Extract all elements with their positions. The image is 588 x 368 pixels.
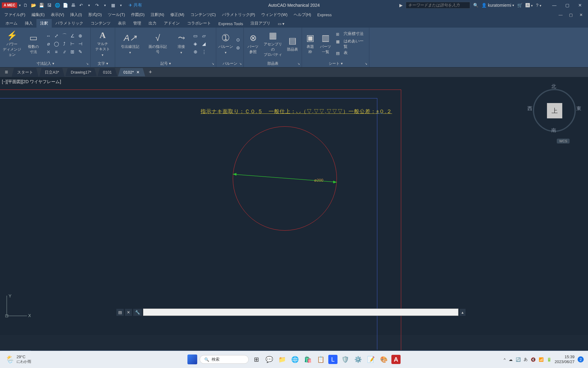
table-label[interactable]: 表 bbox=[344, 50, 367, 57]
title-block-button[interactable]: ▣表題 枠 bbox=[304, 33, 317, 55]
fit-list-label[interactable]: はめあい一覧 bbox=[344, 38, 367, 49]
tab-home[interactable]: ホーム bbox=[2, 19, 21, 28]
redo-icon[interactable]: ↷ bbox=[94, 2, 100, 9]
tray-sync-icon[interactable]: 🔄 bbox=[516, 357, 521, 362]
ribbon-appearance-icon[interactable]: ▭ ▾ bbox=[274, 20, 288, 28]
tray-wifi-icon[interactable]: 📶 bbox=[539, 357, 544, 362]
taskbar-app-edge[interactable]: 🌐 bbox=[290, 354, 300, 365]
tray-battery-icon[interactable]: 🔋 bbox=[547, 357, 552, 362]
doc-minimize-button[interactable]: — bbox=[556, 11, 565, 18]
taskbar-app-settings[interactable]: ⚙️ bbox=[353, 354, 363, 365]
autodesk-app-icon[interactable]: 🅰 ▾ bbox=[526, 3, 533, 8]
tab-output[interactable]: 出力 bbox=[145, 19, 160, 28]
panel-label-balloon[interactable]: バルーン ↘ bbox=[216, 60, 243, 67]
saveas-icon[interactable]: 🖫 bbox=[46, 2, 53, 9]
viewcube-west[interactable]: 西 bbox=[527, 105, 532, 112]
taskbar-app-l[interactable]: L bbox=[328, 355, 337, 364]
share-button[interactable]: ✈ 共有 bbox=[129, 2, 142, 8]
tab-view[interactable]: 表示 bbox=[114, 19, 130, 28]
parts-list-button[interactable]: ▥パーツ 一覧 bbox=[318, 33, 333, 55]
dim-ordinate-icon[interactable]: ⊕ bbox=[77, 32, 84, 40]
new-tab-button[interactable]: + bbox=[146, 69, 155, 75]
balloon-small2-icon[interactable]: ⊚ bbox=[234, 44, 242, 52]
dim-aligned-icon[interactable]: ⤢ bbox=[53, 32, 60, 40]
assembly-properties-button[interactable]: ▦アセンブリの プロパティ bbox=[262, 30, 284, 57]
panel-label-dimension[interactable]: 寸法記入 ▾ ↘ bbox=[0, 60, 90, 67]
dim-baseline-icon[interactable]: ⊢ bbox=[69, 40, 76, 48]
menu-help[interactable]: ヘルプ(H) bbox=[291, 11, 314, 19]
doctab-0101[interactable]: 0101 bbox=[97, 68, 117, 76]
tab-annotate[interactable]: 注釈 bbox=[36, 19, 52, 28]
minimize-button[interactable]: — bbox=[548, 1, 560, 10]
panel-label-symbol[interactable]: 記号 ▾ ↘ bbox=[115, 60, 216, 67]
new-icon[interactable]: 🗋 bbox=[22, 2, 29, 9]
dim-break-icon[interactable]: ⤫ bbox=[45, 48, 52, 56]
cmd-customize-icon[interactable]: 🔧 bbox=[133, 309, 142, 316]
feature-control-icon[interactable]: ▭ bbox=[192, 32, 199, 40]
balloon-small1-icon[interactable]: ⊙ bbox=[234, 36, 242, 44]
menu-format[interactable]: 形式(O) bbox=[85, 11, 105, 19]
command-input[interactable] bbox=[143, 309, 458, 316]
taskbar-weather[interactable]: 🌦️ 29°Cにわか雨 bbox=[0, 355, 31, 364]
cmd-close-icon[interactable]: ✕ bbox=[125, 309, 132, 316]
dim-center-icon[interactable]: ⊞ bbox=[69, 48, 76, 56]
menu-window[interactable]: ウィンドウ(W) bbox=[258, 11, 291, 19]
open-web-icon[interactable]: 🌐 bbox=[54, 2, 61, 9]
dim-arc-icon[interactable]: ⌒ bbox=[61, 32, 68, 40]
dim-diameter-icon[interactable]: ◯ bbox=[53, 40, 60, 48]
dim-edit-icon[interactable]: ✎ bbox=[77, 48, 84, 56]
help-icon[interactable]: ? ▾ bbox=[536, 3, 541, 8]
maximize-button[interactable]: ▢ bbox=[561, 1, 573, 10]
cmd-history-icon[interactable]: ▤ bbox=[116, 309, 124, 316]
part-reference-button[interactable]: ⊗パーツ 参照 bbox=[246, 33, 261, 55]
power-dimension-button[interactable]: ⚡パワー ディメンジョン bbox=[2, 30, 22, 57]
balloon-button[interactable]: ➀バルーン▾ bbox=[218, 33, 233, 55]
taskbar-app-mcafee[interactable]: 🛡️ bbox=[340, 354, 350, 365]
hole-chart-label[interactable]: 穴座標寸法 bbox=[344, 31, 367, 38]
plot-icon[interactable]: 🖶 bbox=[70, 2, 77, 9]
fit-list-icon[interactable]: ▦ bbox=[334, 38, 341, 45]
taskbar-app-todo[interactable]: 📋 bbox=[315, 354, 326, 365]
menu-content[interactable]: コンテンツ(C) bbox=[187, 11, 219, 19]
tab-express-tools[interactable]: Express Tools bbox=[215, 20, 247, 28]
taskbar-app-autocad[interactable]: A bbox=[391, 355, 401, 364]
panel-label-sheet[interactable]: シート ▾ ↘ bbox=[302, 60, 369, 67]
wcs-badge[interactable]: WCS bbox=[557, 139, 570, 144]
tab-insert[interactable]: 挿入 bbox=[21, 19, 36, 28]
other-symbol-icon[interactable]: ⋮ bbox=[200, 48, 208, 56]
taskbar-app-notepad[interactable]: 📝 bbox=[366, 354, 376, 365]
viewcube-north[interactable]: 北 bbox=[551, 83, 556, 90]
viewcube-top[interactable]: 上 bbox=[547, 103, 562, 118]
viewcube-east[interactable]: 東 bbox=[576, 105, 581, 112]
surface-texture-button[interactable]: √面の指示記 号 bbox=[145, 33, 171, 55]
doc-close-button[interactable]: ✕ bbox=[576, 11, 586, 18]
taper-icon[interactable]: ▱ bbox=[200, 32, 208, 40]
viewport-label[interactable]: [−][平面図][2D ワイヤフレーム] bbox=[2, 79, 61, 85]
app-logo[interactable]: A MEC bbox=[2, 2, 17, 8]
dim-radius-icon[interactable]: ⌀ bbox=[45, 40, 52, 48]
doc-restore-button[interactable]: ▢ bbox=[566, 11, 576, 18]
tray-chevron-icon[interactable]: ^ bbox=[504, 357, 506, 362]
datum-target-icon[interactable]: ⊕ bbox=[192, 48, 199, 56]
hole-chart-icon[interactable]: ⊞ bbox=[334, 31, 341, 38]
menu-draw[interactable]: 作図(D) bbox=[128, 11, 148, 19]
taskbar-app-chat[interactable]: 💬 bbox=[264, 354, 274, 365]
undo-icon[interactable]: ↶ bbox=[78, 2, 85, 9]
datum-id-icon[interactable]: ◈ bbox=[192, 40, 199, 48]
menu-edit[interactable]: 編集(E) bbox=[28, 11, 48, 19]
tab-manage[interactable]: 管理 bbox=[130, 19, 145, 28]
tab-collaborate[interactable]: コラボレート bbox=[183, 19, 215, 28]
leader-note-button[interactable]: A↗引出線注記▾ bbox=[117, 33, 143, 55]
cmd-expand-icon[interactable]: ▴ bbox=[460, 309, 466, 316]
dim-space-icon[interactable]: ≡ bbox=[53, 48, 60, 56]
menu-file[interactable]: ファイル(F) bbox=[1, 11, 28, 19]
menu-express[interactable]: Express bbox=[314, 11, 335, 18]
taskbar-app-store[interactable]: 🛍️ bbox=[303, 354, 313, 365]
panel-label-text[interactable]: 文字 ▾ bbox=[91, 60, 115, 67]
drawing-canvas[interactable]: [−][平面図][2D ワイヤフレーム] 指示ナキ面取り：Ｃ０.５ 一般仕上：◡… bbox=[0, 77, 588, 335]
menu-parametric[interactable]: パラメトリック(P) bbox=[219, 11, 258, 19]
doctab-drawing17[interactable]: Drawing17* bbox=[65, 68, 97, 76]
taskbar-app-paint[interactable]: 🎨 bbox=[379, 354, 389, 365]
multiple-dimension-button[interactable]: ▭複数の 寸法 bbox=[23, 33, 43, 55]
tab-content[interactable]: コンテンツ bbox=[87, 19, 114, 28]
